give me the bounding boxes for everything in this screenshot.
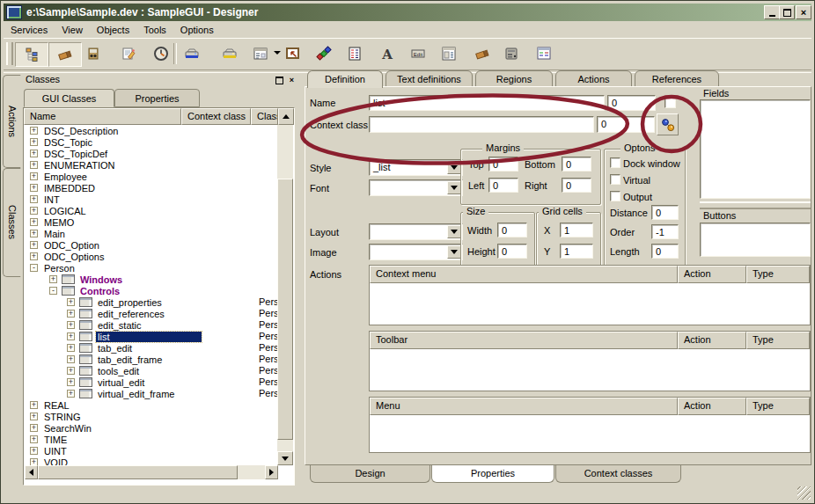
image-dropdown-button[interactable]: [447, 245, 461, 259]
menu-objects[interactable]: Objects: [90, 24, 136, 36]
tree-item-Controls[interactable]: -Controls: [25, 285, 278, 296]
expand-toggle-icon[interactable]: +: [30, 184, 38, 192]
menu-tools[interactable]: Tools: [136, 24, 173, 36]
name-input[interactable]: list: [369, 95, 605, 111]
minimize-button[interactable]: [764, 5, 780, 19]
toolbar-button-printer[interactable]: [500, 42, 523, 65]
style-combo[interactable]: _list: [369, 159, 463, 176]
tree-item-list[interactable]: +listPerso: [25, 331, 278, 342]
scroll-down-button[interactable]: [277, 451, 293, 465]
tree-item-virtual_edit[interactable]: +virtual_editPerso: [25, 376, 278, 388]
length-input[interactable]: 0: [651, 244, 679, 259]
menu-services[interactable]: Services: [4, 24, 55, 36]
close-panel-button[interactable]: ×: [286, 75, 297, 85]
grid-x-input[interactable]: 1: [560, 223, 593, 237]
context-class-input[interactable]: [369, 116, 594, 133]
name-number-input[interactable]: 0: [607, 95, 656, 111]
maximize-button[interactable]: [779, 5, 795, 19]
font-combo[interactable]: [369, 179, 463, 196]
expand-toggle-icon[interactable]: +: [30, 458, 38, 465]
toolbar-button-links[interactable]: [312, 42, 335, 65]
tree-item-MEMO[interactable]: +MEMO: [25, 216, 278, 228]
tree-item-UINT[interactable]: +UINT: [25, 445, 278, 457]
titlebar[interactable]: e:\Sample\Sample.dev : SampleGUI - Desig…: [4, 4, 811, 21]
expand-toggle-icon[interactable]: +: [67, 298, 75, 306]
tree-item-DSC_TopicDef[interactable]: +DSC_TopicDef: [25, 148, 278, 159]
toolbar-button-form-window[interactable]: [249, 42, 272, 65]
tree-item-ODC_Option[interactable]: +ODC_Option: [25, 239, 278, 251]
tree-item-DSC_Topic[interactable]: +DSC_Topic: [25, 136, 278, 148]
toolbar-button-drive-blue[interactable]: [180, 42, 203, 65]
fields-buttons-splitter[interactable]: [700, 201, 811, 209]
menu-table[interactable]: Menu Action Type: [369, 397, 811, 453]
distance-input[interactable]: 0: [651, 205, 679, 220]
expand-toggle-icon[interactable]: +: [30, 207, 38, 215]
horizontal-scroll-thumb[interactable]: [38, 465, 238, 479]
sort-ascending-button[interactable]: [278, 108, 294, 125]
expand-toggle-icon[interactable]: +: [30, 172, 38, 180]
context-class-picker-button[interactable]: [657, 113, 679, 135]
tree-item-DSC_Description[interactable]: +DSC_Description: [25, 125, 278, 136]
toolbar-button-book[interactable]: [82, 42, 105, 65]
dock-tab-classes[interactable]: Classes: [3, 168, 21, 277]
margin-left-input[interactable]: 0: [488, 178, 518, 193]
tab-actions[interactable]: Actions: [555, 70, 632, 87]
tab-text-definitions[interactable]: Text definitions: [385, 70, 473, 87]
expand-toggle-icon[interactable]: +: [67, 378, 75, 386]
expand-toggle-icon[interactable]: +: [30, 161, 38, 169]
tab-properties[interactable]: Properties: [431, 465, 554, 483]
tree-item-edit_properties[interactable]: +edit_propertiesPerso: [25, 296, 278, 308]
column-header-context-class[interactable]: Context class: [181, 108, 251, 125]
context-class-number-input[interactable]: 0: [597, 116, 655, 133]
fields-listbox[interactable]: [700, 99, 811, 199]
tab-design[interactable]: Design: [310, 465, 430, 483]
tree-item-Person[interactable]: -Person: [25, 262, 278, 274]
menu-view[interactable]: View: [55, 24, 90, 36]
expand-toggle-icon[interactable]: +: [30, 195, 38, 203]
tab-regions[interactable]: Regions: [475, 70, 553, 87]
expand-toggle-icon[interactable]: +: [30, 435, 38, 443]
dock-tab-actions[interactable]: Actions: [3, 75, 21, 168]
width-input[interactable]: 0: [497, 223, 527, 237]
tree-item-ENUMERATION[interactable]: +ENUMERATION: [25, 159, 278, 171]
toolbar-button-window-items[interactable]: [532, 42, 555, 65]
tab-properties-left[interactable]: Properties: [114, 89, 200, 107]
expand-toggle-icon[interactable]: +: [30, 424, 38, 432]
toolbar-button-class-tree[interactable]: [15, 42, 48, 67]
column-header-class[interactable]: Class: [251, 108, 278, 125]
tree-item-REAL[interactable]: +REAL: [25, 399, 278, 411]
expand-toggle-icon[interactable]: +: [30, 401, 38, 409]
order-input[interactable]: -1: [651, 224, 679, 239]
toolbar-button-eraser[interactable]: [48, 42, 82, 67]
tree-item-edit_references[interactable]: +edit_referencesPerso: [25, 308, 278, 319]
toolbar-button-font[interactable]: A: [376, 42, 399, 65]
tab-references[interactable]: References: [635, 70, 719, 87]
tree-item-VOID[interactable]: +VOID: [25, 457, 278, 465]
form-window-dropdown-arrow[interactable]: [274, 51, 281, 58]
tree-item-virtual_edit_frame[interactable]: +virtual_edit_framePerso: [25, 388, 278, 399]
height-input[interactable]: 0: [497, 244, 527, 259]
expand-toggle-icon[interactable]: +: [67, 355, 75, 363]
expand-toggle-icon[interactable]: +: [67, 332, 75, 340]
tab-context-classes[interactable]: Context classes: [555, 465, 681, 483]
collapse-toggle-icon[interactable]: -: [30, 264, 38, 272]
collapse-toggle-icon[interactable]: -: [49, 287, 57, 295]
column-header-name[interactable]: Name: [24, 108, 181, 125]
float-panel-button[interactable]: [274, 75, 285, 85]
scroll-right-button[interactable]: [265, 465, 278, 479]
toolbar-button-clock[interactable]: [150, 42, 173, 65]
layout-dropdown-button[interactable]: [447, 225, 461, 238]
tree-item-TIME[interactable]: +TIME: [25, 434, 278, 445]
context-menu-table[interactable]: Context menu Action Type: [369, 265, 811, 325]
scroll-left-button[interactable]: [25, 465, 38, 479]
toolbar-grip[interactable]: [6, 42, 13, 65]
expand-toggle-icon[interactable]: +: [67, 310, 75, 318]
expand-toggle-icon[interactable]: +: [30, 127, 38, 135]
style-dropdown-button[interactable]: [447, 161, 461, 174]
tree-item-ODC_Options[interactable]: +ODC_Options: [25, 251, 278, 262]
output-checkbox[interactable]: [610, 191, 620, 201]
expand-toggle-icon[interactable]: +: [30, 150, 38, 157]
expand-toggle-icon[interactable]: +: [30, 230, 38, 237]
toolbar-button-picture[interactable]: [282, 42, 305, 65]
tree-item-tab_edit[interactable]: +tab_editPerso: [25, 342, 278, 354]
